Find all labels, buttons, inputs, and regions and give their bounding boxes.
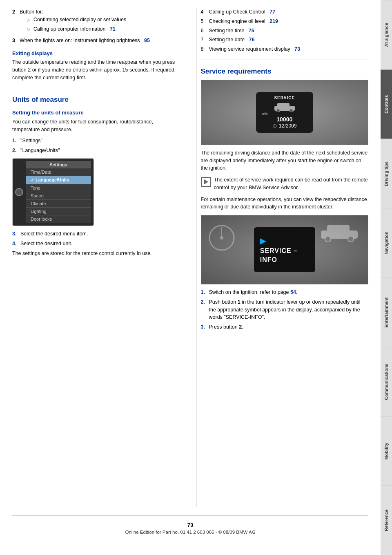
item-7-number: 7 <box>201 36 209 44</box>
intro-item-3: 3 When the lights are on: instrument lig… <box>12 37 180 45</box>
info-box-1: The extent of service work required can … <box>201 176 369 192</box>
step-2-number: 2. <box>12 147 20 154</box>
mls-label: mls <box>256 112 313 116</box>
tab-at-a-glance[interactable]: At a glance <box>381 0 392 69</box>
service-step-1-number: 1. <box>201 289 209 296</box>
service-step-1-text: Switch on the ignition, refer to page 54… <box>209 289 298 296</box>
exiting-displays-section: Exiting displays The outside temperature… <box>12 50 180 81</box>
service-step-3-number: 3. <box>201 323 209 331</box>
service-requirements-title: Service requirements <box>201 67 369 76</box>
page-footer: 73 Online Edition for Part no. 01 41 2 6… <box>12 515 368 539</box>
menu-item-door-locks: Door locks <box>26 215 91 223</box>
right-item-6: 6 Setting the time 75 <box>201 27 369 35</box>
step-4-number: 4. <box>12 240 20 248</box>
menu-item-speed: Speed <box>26 192 91 200</box>
sub-bullet-1: ▷ Confirming selected display or set val… <box>27 16 180 24</box>
service-date: 12/2009 <box>279 123 296 129</box>
exiting-displays-title: Exiting displays <box>12 50 180 56</box>
service-step-1: 1. Switch on the ignition, refer to page… <box>201 289 369 296</box>
settings-menu: Settings Time/Date Language/Units Tone S… <box>26 161 91 223</box>
item-2-label: Button for: <box>20 9 43 15</box>
service-display-screen: SERVICE mls 10000 <box>256 92 313 133</box>
service-info-line1: SERVICE – <box>260 247 298 255</box>
step-2: 2. "Language/Units" <box>12 147 180 154</box>
svg-point-10 <box>348 236 354 242</box>
service-step-3: 3. Press button 2. <box>201 323 369 331</box>
right-item-4: 4 Calling up Check Control 77 <box>201 8 369 16</box>
top-right-list: 4 Calling up Check Control 77 5 Checking… <box>201 8 369 53</box>
service-mileage: 10000 <box>276 116 292 123</box>
menu-item-time-date: Time/Date <box>26 168 91 176</box>
service-requirements-section: Service requirements SERVICE <box>201 67 369 331</box>
service-info-line2: INFO <box>260 256 277 264</box>
info-box-2-text: For certain maintenance operations, you … <box>201 196 369 211</box>
menu-item-lighting: Lighting <box>26 208 91 215</box>
step-3: 3. Select the desired menu item. <box>12 230 180 238</box>
item-5-number: 5 <box>201 18 209 25</box>
tab-entertainment[interactable]: Entertainment <box>381 278 392 347</box>
tab-navigation[interactable]: Navigation <box>381 208 392 278</box>
play-icon-box-1 <box>201 177 211 187</box>
svg-rect-8 <box>327 225 350 232</box>
units-description: You can change the units for fuel consum… <box>12 118 180 134</box>
item-6-text: Setting the time 75 <box>209 27 254 35</box>
service-display-image: SERVICE mls 10000 <box>201 80 369 145</box>
item-7-text: Setting the date 76 <box>209 36 255 44</box>
tab-controls[interactable]: Controls <box>381 69 392 139</box>
service-step-2-number: 2. <box>201 298 209 321</box>
step-4: 4. Select the desired unit. <box>12 240 180 248</box>
service-info-panel: ▶ SERVICE – INFO <box>254 227 315 272</box>
step-2-text: "Language/Units" <box>20 147 60 154</box>
svg-point-9 <box>325 236 331 242</box>
tab-mobility[interactable]: Mobility <box>381 416 392 486</box>
service-description: The remaining driving distance and the d… <box>201 149 369 172</box>
exiting-displays-text: The outside temperature reading and the … <box>12 58 180 81</box>
item-5-text: Checking engine oil level 219 <box>209 18 278 25</box>
step-1-text: "Settings" <box>20 137 42 145</box>
settings-header: Settings <box>26 161 91 168</box>
tab-driving-tips[interactable]: Driving tips <box>381 139 392 208</box>
svg-point-6 <box>220 236 223 239</box>
car-silhouette-icon <box>319 222 360 242</box>
arrow-icon-2: ▷ <box>27 26 33 33</box>
arrow-icon-1: ▷ <box>27 17 33 24</box>
tab-reference[interactable]: Reference <box>381 486 392 555</box>
step-1: 1. "Settings" <box>12 137 180 145</box>
menu-item-climate: Climate <box>26 200 91 208</box>
menu-item-language-units: Language/Units <box>26 176 91 184</box>
service-step-3-text: Press button 2. <box>209 323 243 331</box>
gauge-icon <box>207 224 236 252</box>
intro-item-2: 2 Button for: ▷ Confirming selected disp… <box>12 8 180 34</box>
item-8-text: Viewing service requirement display 73 <box>209 45 301 53</box>
service-info-image: ▶ SERVICE – INFO <box>201 215 369 284</box>
sub-item-2-text: Calling up computer information 71 <box>33 25 116 33</box>
step-3-number: 3. <box>12 230 20 238</box>
right-divider <box>201 60 369 60</box>
item-8-number: 8 <box>201 45 209 53</box>
item-4-number: 4 <box>201 8 209 16</box>
service-step-2-text: Push button 1 in the turn indicator leve… <box>209 298 369 321</box>
menu-item-tone: Tone <box>26 184 91 192</box>
setting-units-subtitle: Setting the units of measure <box>12 110 180 116</box>
svg-point-3 <box>290 109 293 112</box>
item-3-text: When the lights are on: instrument light… <box>20 38 150 43</box>
settings-screenshot: Settings Time/Date Language/Units Tone S… <box>12 158 94 226</box>
item-6-number: 6 <box>201 27 209 35</box>
units-of-measure-title: Units of measure <box>12 96 180 104</box>
page-number: 73 <box>12 522 368 528</box>
settings-knob <box>15 188 23 196</box>
section-divider <box>12 88 180 88</box>
item-number-3: 3 <box>12 37 20 45</box>
right-item-5: 5 Checking engine oil level 219 <box>201 18 369 25</box>
svg-rect-1 <box>277 103 290 107</box>
right-item-8: 8 Viewing service requirement display 73 <box>201 45 369 53</box>
play-icon-1 <box>204 179 208 184</box>
sub-item-1-text: Confirming selected display or set value… <box>33 16 126 24</box>
units-of-measure-section: Units of measure Setting the units of me… <box>12 96 180 257</box>
service-info-arrow: ▶ <box>260 236 266 246</box>
step-3-text: Select the desired menu item. <box>20 230 88 238</box>
side-tabs: At a glance Controls Driving tips Naviga… <box>381 0 392 555</box>
right-item-7: 7 Setting the date 76 <box>201 36 369 44</box>
tab-communications[interactable]: Communications <box>381 347 392 416</box>
footer-text: Online Edition for Part no. 01 41 2 603 … <box>12 530 368 535</box>
